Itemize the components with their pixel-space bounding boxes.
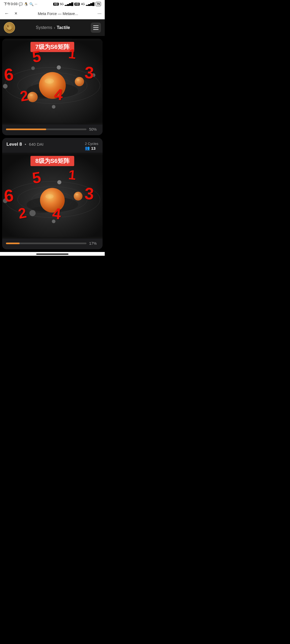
svg-point-31	[3, 199, 8, 203]
progress-bar-fill-level8	[6, 243, 20, 244]
card-header-level8: Level 8 • 640 DAI 2 Cycles 👥 13	[2, 138, 103, 153]
back-button[interactable]: ←	[3, 10, 10, 17]
svg-point-18	[30, 94, 33, 96]
level-title-8: Level 8	[6, 142, 22, 147]
status-right: HD 5G ▂▄▆█ HD 4G ▂▄▆█ 79	[53, 2, 101, 6]
signal-bars2: ▂▄▆█	[86, 2, 95, 6]
app-logo[interactable]	[4, 22, 15, 33]
hd-badge2: HD	[74, 3, 80, 6]
home-indicator	[36, 254, 68, 255]
menu-line-1	[93, 25, 99, 26]
more-icon: ···	[35, 2, 37, 6]
url-bar[interactable]: Meta Force — Metave...	[22, 12, 94, 16]
svg-point-14	[31, 66, 35, 70]
progress-label-level7: 50%	[89, 127, 99, 131]
wechat-icon: 💬	[19, 2, 23, 6]
menu-button[interactable]	[91, 23, 101, 33]
signal-5g: 5G	[60, 2, 64, 6]
dai-value-8: 640 DAI	[29, 142, 44, 147]
close-button[interactable]: ×	[13, 10, 19, 17]
status-bar: 下午3:03 💬 🐧 🔍 ··· HD 5G ▂▄▆█ HD 4G ▂▄▆█ 7…	[0, 0, 105, 8]
card-level-info: Level 8 • 640 DAI	[6, 142, 44, 147]
breadcrumb: Systems › Tactile	[18, 25, 88, 30]
progress-bar-fill-level7	[6, 129, 46, 130]
cycles-label-8: 2 Cycles	[85, 142, 98, 146]
breadcrumb-current: Tactile	[57, 25, 70, 30]
progress-area-level7: 50%	[2, 125, 103, 135]
banner-level7: 7级为S6矩阵	[30, 42, 74, 52]
svg-point-30	[57, 180, 61, 184]
svg-point-11	[39, 72, 66, 99]
svg-point-12	[45, 78, 54, 83]
bottom-nav	[0, 252, 105, 256]
orbit-area-level8: 8级为S6矩阵	[2, 153, 103, 239]
progress-bar-bg-level7	[6, 129, 86, 130]
members-count-8: 13	[91, 146, 96, 151]
progress-bar-bg-level8	[6, 243, 86, 244]
svg-point-29	[45, 194, 54, 199]
search-icon: 🔍	[29, 2, 34, 6]
menu-line-3	[93, 29, 99, 30]
browser-more-button[interactable]: ···	[97, 11, 102, 16]
status-left: 下午3:03 💬 🐧 🔍 ···	[4, 2, 37, 6]
card-level8: Level 8 • 640 DAI 2 Cycles 👥 13 8级为S6矩阵	[2, 138, 103, 249]
card-level7: 7级为S6矩阵	[2, 39, 103, 135]
orbit-area-level7: 7级为S6矩阵	[2, 39, 103, 125]
menu-line-2	[93, 27, 99, 28]
cycles-count-8: 👥 13	[85, 146, 98, 151]
hd-badge: HD	[53, 3, 59, 6]
svg-point-15	[75, 77, 84, 86]
signal-4g: 4G	[81, 2, 85, 6]
svg-point-4	[7, 26, 8, 26]
battery-indicator: 79	[96, 2, 101, 6]
people-icon-8: 👥	[85, 146, 90, 151]
svg-point-28	[40, 188, 65, 213]
svg-point-17	[27, 92, 38, 102]
svg-point-35	[30, 210, 36, 216]
svg-point-19	[3, 84, 8, 89]
breadcrumb-parent[interactable]: Systems	[36, 25, 52, 30]
svg-point-32	[52, 219, 55, 223]
progress-area-level8: 17%	[2, 239, 103, 249]
svg-point-13	[57, 65, 61, 69]
app-header: Systems › Tactile	[0, 19, 105, 36]
svg-point-33	[74, 192, 83, 201]
browser-bar: ← × Meta Force — Metave... ···	[0, 8, 105, 19]
banner-level8: 8级为S6矩阵	[30, 156, 74, 166]
cycles-block-8: 2 Cycles 👥 13	[85, 142, 98, 151]
svg-point-20	[52, 105, 55, 108]
breadcrumb-separator: ›	[54, 25, 55, 30]
svg-point-3	[7, 25, 9, 27]
status-time: 下午3:03	[4, 2, 17, 6]
progress-label-level8: 17%	[89, 241, 99, 246]
dai-amount-8: •	[25, 142, 26, 147]
horse-icon	[5, 24, 13, 32]
svg-point-34	[75, 193, 78, 195]
svg-point-21	[92, 73, 95, 77]
qq-icon: 🐧	[24, 2, 28, 6]
signal-bars: ▂▄▆█	[65, 2, 73, 6]
svg-point-16	[77, 79, 80, 81]
